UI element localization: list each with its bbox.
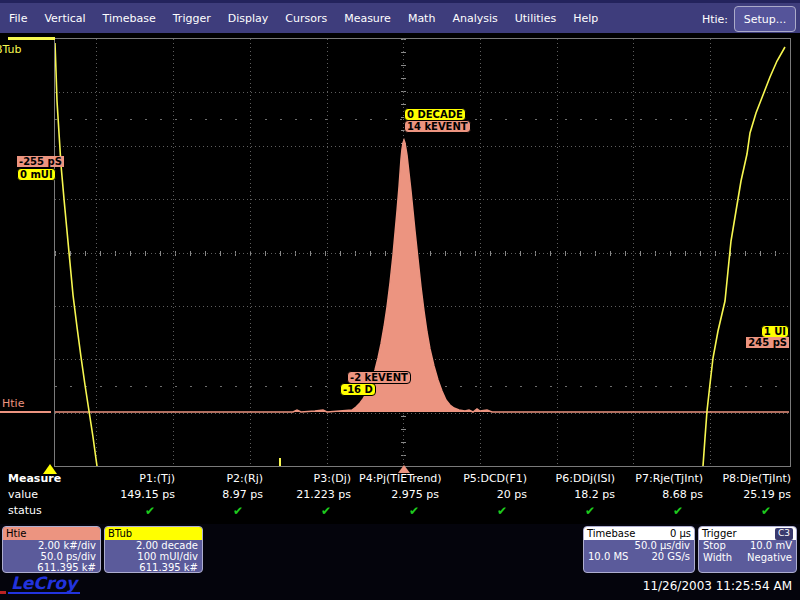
htie-scale: 2.00 k#/div — [3, 540, 100, 551]
param-name[interactable]: P5:DCD(F1) — [447, 472, 535, 488]
status-check-icon: ✔ — [535, 504, 623, 520]
param-value: 2.975 ps — [359, 488, 447, 504]
trigger-descriptor-box[interactable]: Trigger C3 Stop 10.0 mV Width Negative — [698, 526, 797, 573]
trigger-mode: Stop — [703, 540, 726, 552]
param-name[interactable]: P7:Rje(TjInt) — [623, 472, 711, 488]
btub-left-trace — [55, 43, 97, 466]
histogram-center-marker[interactable] — [398, 465, 410, 473]
status-check-icon: ✔ — [623, 504, 711, 520]
menu-display[interactable]: Display — [228, 12, 269, 25]
htie-population: 611.395 k# — [3, 562, 100, 573]
timebase-title: Timebase — [587, 527, 635, 540]
status-row-label: status — [0, 504, 95, 520]
status-check-icon: ✔ — [711, 504, 799, 520]
btub-scale: 2.00 decade — [105, 540, 202, 551]
param-value: 20 ps — [447, 488, 535, 504]
status-check-icon: ✔ — [359, 504, 447, 520]
measure-row-label: Measure — [0, 472, 95, 488]
trigger-source-badge: C3 — [775, 528, 793, 540]
timebase-samplerate: 20 GS/s — [651, 551, 690, 563]
param-value: 25.19 ps — [711, 488, 799, 504]
oscilloscope-screen: File Vertical Timebase Trigger Display C… — [0, 0, 800, 600]
status-check-icon: ✔ — [447, 504, 535, 520]
menu-help[interactable]: Help — [573, 12, 598, 25]
logo-red-dash — [0, 591, 6, 594]
param-name[interactable]: P3:(Dj) — [271, 472, 359, 488]
htie-horizontal-scale: 50.0 ps/div — [3, 551, 100, 562]
htie-histogram-trace — [55, 140, 789, 412]
htie-descriptor-title: Htie — [3, 527, 100, 540]
param-value: 18.2 ps — [535, 488, 623, 504]
timebase-descriptor-box[interactable]: Timebase 0 µs 50.0 µs/div 10.0 MS 20 GS/… — [583, 526, 695, 573]
btub-top-level-dash — [8, 37, 55, 40]
param-name[interactable]: P8:Dje(TjInt) — [711, 472, 799, 488]
annotation-decade-bottom: -16 D — [340, 383, 376, 396]
menu-cursors[interactable]: Cursors — [285, 12, 327, 25]
menu-trigger[interactable]: Trigger — [173, 12, 211, 25]
datetime-display: 11/26/2003 11:25:54 AM — [643, 579, 792, 593]
value-row-label: value — [0, 488, 95, 504]
btub-horizontal-scale: 100 mUI/div — [105, 551, 202, 562]
graticule — [54, 38, 791, 467]
btub-descriptor-title: BTub — [105, 527, 202, 540]
annotation-left-ui: 0 mUI — [17, 168, 56, 181]
timebase-scale: 50.0 µs/div — [584, 540, 694, 551]
htie-baseline-dash — [0, 411, 51, 413]
status-check-icon: ✔ — [183, 504, 271, 520]
timebase-memory: 10.0 MS — [588, 551, 628, 563]
param-name[interactable]: P2:(Rj) — [183, 472, 271, 488]
htie-descriptor-box[interactable]: Htie 2.00 k#/div 50.0 ps/div 611.395 k# — [2, 526, 101, 573]
param-name[interactable]: P1:(Tj) — [95, 472, 183, 488]
annotation-kevent-bottom: -2 kEVENT — [347, 371, 411, 384]
param-value: 149.15 ps — [95, 488, 183, 504]
btub-right-trace — [703, 47, 785, 466]
trigger-position-marker[interactable] — [43, 464, 57, 474]
measure-table: Measure P1:(Tj) P2:(Rj) P3:(Dj) P4:Pj(TI… — [0, 472, 800, 520]
param-name[interactable]: P4:Pj(TIETrend) — [359, 472, 447, 488]
trigger-level: 10.0 mV — [750, 540, 792, 552]
trigger-type: Width — [703, 552, 732, 564]
waveform-display: BTub Htie -255 pS 0 mUI 0 DECADE 14 kEVE… — [0, 33, 800, 474]
status-check-icon: ✔ — [95, 504, 183, 520]
menu-utilities[interactable]: Utilities — [515, 12, 556, 25]
menu-vertical[interactable]: Vertical — [44, 12, 85, 25]
menu-measure[interactable]: Measure — [344, 12, 391, 25]
btub-population: 611.395 k# — [105, 562, 202, 573]
trigger-title: Trigger — [702, 527, 737, 540]
menu-bar: File Vertical Timebase Trigger Display C… — [0, 0, 800, 33]
setup-button[interactable]: Setup... — [734, 6, 796, 32]
menu-timebase[interactable]: Timebase — [103, 12, 156, 25]
menu-file[interactable]: File — [9, 12, 27, 25]
trigger-slope: Negative — [747, 552, 792, 564]
annotation-kevent-top: 14 kEVENT — [404, 120, 471, 133]
lecroy-logo: LeCroy — [8, 574, 80, 594]
btub-bottom-tick — [279, 458, 281, 466]
param-value: 8.97 ps — [183, 488, 271, 504]
param-value: 21.223 ps — [271, 488, 359, 504]
menu-analysis[interactable]: Analysis — [452, 12, 497, 25]
trace-curves — [55, 39, 790, 466]
btub-trace-label: BTub — [0, 44, 22, 56]
timebase-delay: 0 µs — [670, 527, 691, 540]
menu-math[interactable]: Math — [408, 12, 436, 25]
htie-trace-label: Htie — [2, 398, 24, 410]
annotation-left-ps: -255 pS — [17, 156, 64, 167]
status-check-icon: ✔ — [271, 504, 359, 520]
btub-descriptor-box[interactable]: BTub 2.00 decade 100 mUI/div 611.395 k# — [104, 526, 203, 573]
param-name[interactable]: P6:DDj(ISI) — [535, 472, 623, 488]
status-panel: Htie 2.00 k#/div 50.0 ps/div 611.395 k# … — [0, 524, 800, 600]
context-trace-label: Htie: — [702, 13, 728, 26]
annotation-right-ps: 245 pS — [746, 337, 789, 348]
param-value: 8.68 ps — [623, 488, 711, 504]
